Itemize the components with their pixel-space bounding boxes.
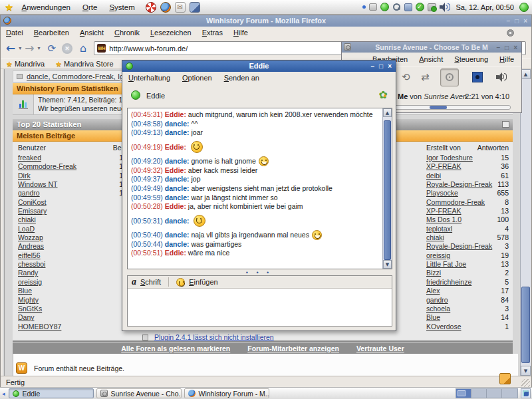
- home-button[interactable]: ⌂: [80, 42, 86, 55]
- forum-user-link[interactable]: gandro: [18, 189, 40, 197]
- chat-scrollbar[interactable]: ▲ ▼: [382, 108, 392, 269]
- scroll-up-icon[interactable]: ▲: [383, 108, 392, 117]
- menu-item-extras[interactable]: Extras: [202, 29, 223, 37]
- sticky-note-icon[interactable]: [499, 373, 511, 384]
- forum-user-link[interactable]: Randy: [18, 269, 38, 277]
- panel-clock[interactable]: Sa, 12. Apr, 00:50: [456, 3, 514, 11]
- topic-author-link[interactable]: Royale-Design-Freak: [426, 180, 492, 188]
- topic-author-link[interactable]: Commodore-Freak: [426, 198, 485, 206]
- menu-item-orte[interactable]: Orte: [82, 3, 97, 11]
- workspace-1[interactable]: [456, 389, 471, 398]
- forum-user-link[interactable]: Commodore-Freak: [18, 162, 76, 170]
- forward-dropdown-icon[interactable]: ▾: [38, 45, 41, 51]
- forum-user-link[interactable]: eiffel56: [18, 251, 41, 259]
- forum-user-link[interactable]: ConiKost: [18, 198, 47, 206]
- menu-item-ansicht[interactable]: Ansicht: [80, 29, 104, 37]
- forum-user-link[interactable]: chessboi: [18, 260, 45, 268]
- chat-log[interactable]: ▲ ▼ (00:45:31) Eddie: auch mitgrund, war…: [127, 108, 392, 269]
- minimize-icon[interactable]: –: [507, 17, 511, 25]
- bookmark-item[interactable]: ★Mandriva: [6, 60, 45, 68]
- forum-user-link[interactable]: Emissary: [18, 207, 47, 215]
- taskbar-button[interactable]: Sunrise Avenue - Cho...: [96, 388, 182, 398]
- menu-item-unterhaltung[interactable]: Unterhaltung: [128, 74, 170, 82]
- seek-slider-thumb[interactable]: [430, 106, 447, 109]
- topic-author-link[interactable]: Royale-Design-Freak: [426, 242, 492, 250]
- topic-author-link[interactable]: Little Fat Joe: [426, 260, 466, 268]
- window-list-arrow-icon[interactable]: ◂: [2, 390, 5, 397]
- stop-playback-icon[interactable]: [472, 72, 483, 82]
- shuffle-icon[interactable]: ⇄: [421, 71, 430, 83]
- chat-input[interactable]: [128, 289, 392, 326]
- topic-author-link[interactable]: XP-FREAK: [426, 207, 462, 215]
- forum-user-link[interactable]: freaked: [18, 154, 41, 162]
- screens-launcher-icon[interactable]: [190, 2, 200, 13]
- tray-device-icon[interactable]: [369, 3, 377, 11]
- volume-icon[interactable]: [496, 72, 509, 82]
- scrollbar-thumb[interactable]: [521, 287, 530, 363]
- topic-author-link[interactable]: chiaki: [426, 233, 444, 241]
- scroll-down-icon[interactable]: ▼: [383, 260, 392, 269]
- topic-author-link[interactable]: Blue: [426, 313, 440, 321]
- updates-ok-icon[interactable]: ✓: [416, 3, 424, 11]
- back-dropdown-icon[interactable]: ▾: [19, 45, 21, 51]
- menu-item-bearbeiten[interactable]: Bearbeiten: [34, 29, 69, 37]
- menu-item-senden-an[interactable]: Senden an: [224, 74, 259, 82]
- menu-item-optionen[interactable]: Optionen: [182, 74, 212, 82]
- menu-item-chronik[interactable]: Chronik: [114, 29, 140, 37]
- workspace-4[interactable]: [502, 389, 517, 398]
- topic-author-link[interactable]: Alex: [426, 287, 440, 295]
- reload-button[interactable]: ⟳: [48, 43, 57, 55]
- topic-author-link[interactable]: Ms Dos 1.0: [426, 215, 462, 223]
- taskbar-button[interactable]: Winhistory Forum - M...: [184, 388, 269, 398]
- menu-item-hilfe[interactable]: Hilfe: [499, 55, 514, 63]
- maximize-icon[interactable]: □: [505, 44, 509, 51]
- minimize-icon[interactable]: –: [371, 63, 375, 70]
- tray-dot-icon[interactable]: [362, 5, 366, 9]
- menu-item-ansicht[interactable]: Ansicht: [419, 55, 443, 63]
- forum-user-link[interactable]: Andreas: [18, 242, 44, 250]
- menu-item-anwendungen[interactable]: Anwendungen: [21, 3, 70, 11]
- forum-user-link[interactable]: Dirk: [18, 172, 31, 180]
- page-scrollbar[interactable]: ▲ ▼: [520, 69, 531, 376]
- collapse-section-icon[interactable]: [502, 121, 509, 128]
- back-button[interactable]: ←: [6, 43, 15, 54]
- close-icon[interactable]: ×: [388, 63, 392, 70]
- forward-button[interactable]: →: [25, 43, 34, 54]
- panel-status-orb-icon[interactable]: [519, 3, 529, 12]
- menubar-gear-icon[interactable]: [507, 29, 514, 37]
- workspace-3[interactable]: [487, 389, 502, 398]
- topic-author-link[interactable]: Bizzi: [426, 269, 441, 277]
- maximize-icon[interactable]: □: [515, 17, 519, 25]
- bookmark-item[interactable]: ★Mandriva Store: [55, 60, 113, 68]
- mail-launcher-icon[interactable]: ✉: [175, 2, 186, 13]
- forum-user-link[interactable]: Dany: [18, 313, 35, 321]
- maximize-icon[interactable]: □: [379, 63, 383, 70]
- topic-author-link[interactable]: Igor Todeshure: [426, 154, 473, 162]
- scroll-down-icon[interactable]: ▼: [521, 366, 531, 376]
- close-icon[interactable]: ×: [523, 17, 527, 25]
- topic-author-link[interactable]: KOverdose: [426, 323, 462, 331]
- forum-user-link[interactable]: HOMEBOY87: [18, 323, 61, 331]
- taskbar-button[interactable]: Eddie: [9, 388, 94, 398]
- menu-item-lesezeichen[interactable]: Lesezeichen: [150, 29, 192, 37]
- footer-link[interactable]: Forum-Mitarbeiter anzeigen: [247, 344, 339, 352]
- stop-button[interactable]: ✕: [62, 43, 72, 54]
- mandriva-star-icon[interactable]: ★: [5, 1, 13, 13]
- scroll-up-icon[interactable]: ▲: [521, 69, 531, 79]
- scrollbar-thumb[interactable]: [384, 120, 391, 260]
- forum-user-link[interactable]: oreissig: [18, 278, 42, 286]
- forum-user-link[interactable]: chiaki: [18, 215, 36, 223]
- forum-user-link[interactable]: SnGtKs: [18, 305, 42, 313]
- network-connected-icon[interactable]: [428, 3, 436, 11]
- clipboard-icon[interactable]: [404, 3, 412, 11]
- forum-user-link[interactable]: Wozzap: [18, 233, 43, 241]
- tray-status-orb-icon[interactable]: [380, 3, 389, 11]
- show-desktop-button[interactable]: [521, 388, 531, 398]
- topic-author-link[interactable]: deibi: [426, 172, 441, 180]
- topic-author-link[interactable]: schoela: [426, 305, 450, 313]
- workspace-switcher[interactable]: [456, 388, 518, 398]
- topic-author-link[interactable]: friedrichheinze: [426, 278, 471, 286]
- help-lifebuoy-icon[interactable]: [146, 2, 156, 13]
- topic-author-link[interactable]: oreissig: [426, 251, 450, 259]
- workspace-2[interactable]: [471, 389, 487, 398]
